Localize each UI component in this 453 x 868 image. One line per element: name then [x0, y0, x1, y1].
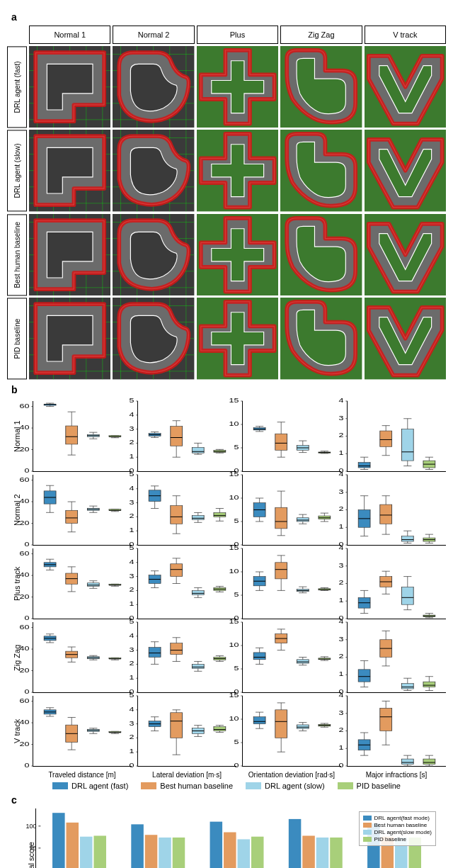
svg-text:2: 2 — [129, 660, 134, 667]
svg-rect-700 — [52, 813, 65, 868]
svg-rect-294 — [275, 507, 287, 529]
svg-text:5: 5 — [234, 738, 239, 745]
svg-text:3: 3 — [338, 709, 343, 716]
svg-text:40: 40 — [20, 423, 30, 430]
track-cell — [197, 46, 278, 128]
svg-rect-701 — [67, 822, 79, 868]
svg-text:0: 0 — [24, 761, 29, 768]
svg-text:1: 1 — [338, 670, 343, 677]
svg-text:15: 15 — [229, 691, 239, 698]
svg-rect-570 — [423, 682, 435, 687]
svg-text:1: 1 — [129, 600, 134, 607]
track-cell — [29, 298, 110, 379]
legend-item: DRL agent (slow) — [246, 782, 325, 790]
boxplot-cell: 051015 — [242, 622, 341, 693]
legend-item: Best human baseline — [141, 782, 233, 790]
svg-text:0: 0 — [24, 614, 29, 621]
boxplot-cell: 051015 — [242, 401, 341, 472]
legend-item: PID baseline — [338, 782, 401, 790]
boxplot-cell: 012345 — [137, 548, 236, 619]
svg-text:0: 0 — [24, 687, 29, 694]
boxplot-cell: 01234 — [347, 401, 446, 472]
svg-text:4: 4 — [129, 410, 134, 417]
b-row-header: Plus track — [7, 548, 27, 619]
svg-text:2: 2 — [338, 432, 343, 439]
svg-text:1: 1 — [338, 597, 343, 604]
svg-rect-176 — [275, 434, 287, 450]
svg-rect-643 — [253, 716, 265, 723]
b-row-header: Normal 1 — [7, 401, 27, 472]
svg-rect-525 — [253, 653, 265, 660]
svg-text:20: 20 — [20, 740, 30, 747]
svg-text:3: 3 — [129, 572, 134, 579]
panel-a-label: a — [11, 11, 446, 23]
svg-text:5: 5 — [234, 443, 239, 450]
svg-text:5: 5 — [129, 617, 134, 624]
panel-b-legend: DRL agent (fast)Best human baselineDRL a… — [7, 782, 446, 790]
col-header-0: Normal 1 — [29, 26, 110, 44]
svg-rect-211 — [401, 429, 413, 461]
track-cell — [113, 214, 194, 295]
svg-text:20: 20 — [20, 519, 30, 526]
svg-text:4: 4 — [129, 631, 134, 638]
svg-text:5: 5 — [234, 590, 239, 597]
svg-text:10: 10 — [229, 493, 239, 500]
svg-text:20: 20 — [20, 592, 30, 599]
boxplot-cell: 051015 — [242, 548, 341, 619]
svg-text:1: 1 — [338, 523, 343, 530]
svg-text:4: 4 — [129, 558, 134, 565]
svg-rect-324 — [380, 505, 392, 524]
svg-rect-688 — [423, 759, 435, 764]
svg-rect-718 — [330, 838, 343, 868]
b-metric-label: Traveled distance [m] — [33, 770, 132, 779]
svg-rect-705 — [131, 824, 144, 868]
svg-rect-153 — [192, 447, 204, 453]
svg-text:40: 40 — [20, 644, 30, 651]
svg-text:2: 2 — [338, 726, 343, 733]
svg-rect-712 — [238, 839, 251, 868]
svg-text:4: 4 — [129, 484, 134, 491]
svg-text:0: 0 — [338, 761, 343, 768]
panel-b-grid: Normal 1020406001234505101501234Normal 2… — [7, 401, 446, 779]
track-cell — [280, 46, 362, 128]
svg-rect-565 — [401, 683, 413, 688]
svg-rect-716 — [302, 835, 315, 868]
svg-rect-299 — [297, 517, 309, 521]
svg-rect-555 — [358, 669, 370, 681]
svg-text:0: 0 — [24, 540, 29, 547]
track-cell — [197, 130, 278, 211]
svg-text:3: 3 — [338, 414, 343, 421]
svg-text:60: 60 — [20, 549, 30, 556]
svg-rect-717 — [316, 838, 329, 868]
boxplot-cell: 0204060 — [33, 548, 132, 619]
svg-text:3: 3 — [129, 424, 134, 432]
svg-rect-706 — [145, 835, 158, 868]
svg-text:4: 4 — [338, 470, 343, 477]
svg-text:60: 60 — [20, 402, 30, 409]
svg-text:1: 1 — [129, 674, 134, 681]
legend-item: DRL agent (fast) — [52, 782, 128, 790]
legend-item: DRL agent(fast mode) — [363, 815, 432, 821]
svg-text:20: 20 — [20, 445, 30, 452]
svg-text:0: 0 — [24, 466, 29, 473]
svg-text:60: 60 — [20, 475, 30, 483]
boxplot-cell: 01234 — [347, 548, 446, 619]
track-cell — [197, 298, 278, 379]
boxplot-cell: 01234 — [347, 622, 446, 693]
panel-c-chart: Final score 0255075100Normal 1Normal 2Pl… — [35, 808, 439, 868]
svg-rect-148 — [171, 426, 183, 446]
svg-text:5: 5 — [129, 396, 134, 403]
b-row-header: Zig Zag — [7, 622, 27, 693]
svg-text:15: 15 — [229, 543, 239, 551]
track-cell — [280, 298, 362, 379]
track-cell — [29, 214, 110, 295]
svg-rect-266 — [171, 505, 183, 524]
svg-text:1: 1 — [129, 526, 134, 534]
svg-rect-384 — [171, 563, 183, 576]
svg-rect-412 — [275, 562, 287, 578]
legend-item: DRL agent(slow mode) — [363, 829, 432, 835]
svg-rect-206 — [380, 431, 392, 446]
svg-text:60: 60 — [20, 697, 30, 704]
track-cell — [365, 214, 446, 295]
svg-rect-535 — [297, 659, 309, 663]
